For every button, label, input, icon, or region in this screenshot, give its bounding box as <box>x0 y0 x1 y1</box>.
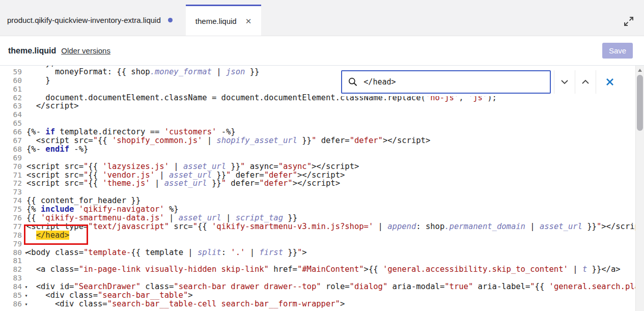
code-text: <div class="search-bar__table"> <box>26 291 635 300</box>
scroll-up-arrow[interactable] <box>636 66 644 74</box>
find-next-button[interactable] <box>554 70 575 94</box>
code-lines: 58 },59 moneyFormat: {{ shop.money_forma… <box>0 66 635 308</box>
file-header: theme.liquid Older versions Save <box>0 36 644 66</box>
line-number: 73 <box>0 188 22 196</box>
scrollbar-thumb[interactable] <box>637 75 643 131</box>
code-line-83[interactable]: 83 <box>0 274 635 282</box>
line-number: 83 <box>0 274 22 282</box>
code-line-75[interactable]: 75{% include 'qikify-navigator' %} <box>0 205 635 214</box>
code-line-82[interactable]: 82 <a class="in-page-link visually-hidde… <box>0 265 635 274</box>
code-text: {{ 'qikify-smartmenu-data.js' | asset_ur… <box>26 214 635 222</box>
code-line-70[interactable]: 70<script src="{{ 'lazysizes.js' | asset… <box>0 162 635 171</box>
file-title: theme.liquid <box>8 46 56 55</box>
fold-arrow-icon[interactable]: ▾ <box>23 292 30 300</box>
code-line-66[interactable]: 66{%- if template.directory == 'customer… <box>0 128 635 136</box>
code-line-69[interactable]: 69 <box>0 154 635 162</box>
line-number: 60 <box>0 76 22 85</box>
code-line-72[interactable]: 72<script src="{{ 'theme.js' | asset_url… <box>0 179 635 188</box>
tab-label: theme.liquid <box>195 17 237 25</box>
code-text: <script src="{{ 'lazysizes.js' | asset_u… <box>26 162 635 171</box>
code-line-79[interactable]: 79 <box>0 240 635 248</box>
fold-arrow-icon[interactable]: ▾ <box>23 249 30 257</box>
line-number: 65 <box>0 119 22 128</box>
code-line-77[interactable]: 77<script type="text/javascript" src="{{… <box>0 222 635 231</box>
search-box <box>341 70 551 94</box>
line-number: 75 <box>0 205 22 214</box>
code-line-81[interactable]: 81 <box>0 257 635 265</box>
close-search-button[interactable] <box>596 70 623 94</box>
code-line-84[interactable]: 84▾ <div id="SearchDrawer" class="search… <box>0 282 635 291</box>
line-number: 69 <box>0 154 22 162</box>
code-line-74[interactable]: 74{{ content_for_header }} <box>0 196 635 205</box>
line-number: 71 <box>0 171 22 180</box>
code-text: <script type="text/javascript" src="{{ '… <box>26 222 635 231</box>
code-line-73[interactable]: 73 <box>0 188 635 196</box>
tab-label: product.qikify-quickview-inventory-extra… <box>7 16 161 24</box>
close-icon <box>605 77 614 87</box>
code-line-85[interactable]: 85▾ <div class="search-bar__table"> <box>0 291 635 300</box>
expand-icon <box>623 15 635 27</box>
code-text: <div class="search-bar__table-cell searc… <box>26 300 635 308</box>
line-number: 76 <box>0 214 22 222</box>
triangle-up-icon <box>638 69 642 72</box>
unsaved-changes-dot-indicator <box>168 18 173 22</box>
older-versions-link[interactable]: Older versions <box>61 46 110 55</box>
code-text: </head> <box>26 231 635 240</box>
line-number: 81 <box>0 257 22 265</box>
search-input[interactable] <box>362 77 545 87</box>
code-text: {%- if template.directory == 'customers'… <box>26 128 635 136</box>
code-editor[interactable]: 58 },59 moneyFormat: {{ shop.money_forma… <box>0 66 635 311</box>
code-line-78[interactable]: 78 </head> <box>0 231 635 240</box>
code-line-65[interactable]: 65 <box>0 119 635 128</box>
code-text: <div id="SearchDrawer" class="search-bar… <box>26 282 635 291</box>
code-text: <script src="{{ 'shopify_common.js' | sh… <box>26 136 635 145</box>
vertical-scrollbar[interactable] <box>635 66 644 311</box>
code-text: {% include 'qikify-navigator' %} <box>26 205 635 214</box>
line-number: 70 <box>0 162 22 171</box>
tab-bar: product.qikify-quickview-inventory-extra… <box>0 0 644 36</box>
tab-product-qikify-quickview[interactable]: product.qikify-quickview-inventory-extra… <box>0 5 180 36</box>
code-line-80[interactable]: 80▾<body class="template-{{ template | s… <box>0 248 635 257</box>
line-number: 85 <box>0 291 22 300</box>
code-text: <body class="template-{{ template | spli… <box>26 248 635 257</box>
line-number: 67 <box>0 136 22 145</box>
line-number: 62 <box>0 94 22 102</box>
line-number: 82 <box>0 265 22 274</box>
fullscreen-toggle-button[interactable] <box>622 14 636 29</box>
code-line-71[interactable]: 71<script src="{{ 'vendor.js' | asset_ur… <box>0 171 635 180</box>
line-number: 63 <box>0 102 22 110</box>
tab-theme-liquid[interactable]: theme.liquid ✕ <box>186 5 261 36</box>
line-number: 80 <box>0 248 22 257</box>
code-text: <script src="{{ 'vendor.js' | asset_url … <box>26 171 635 180</box>
chevron-up-icon <box>581 79 590 85</box>
code-text: </script> <box>26 102 635 110</box>
line-number: 64 <box>0 110 22 119</box>
code-line-64[interactable]: 64 <box>0 110 635 119</box>
annotation-red-box <box>24 224 88 245</box>
search-panel <box>341 67 632 96</box>
fold-arrow-icon[interactable]: ▾ <box>23 283 30 291</box>
code-line-67[interactable]: 67 <script src="{{ 'shopify_common.js' |… <box>0 136 635 145</box>
line-number: 59 <box>0 68 22 76</box>
close-tab-icon[interactable]: ✕ <box>245 17 252 25</box>
fold-arrow-icon[interactable]: ▾ <box>23 300 30 308</box>
line-number: 78 <box>0 231 22 240</box>
line-number: 74 <box>0 196 22 205</box>
line-number: 61 <box>0 85 22 94</box>
code-text: {%- endif -%} <box>26 145 635 154</box>
code-line-76[interactable]: 76{{ 'qikify-smartmenu-data.js' | asset_… <box>0 214 635 222</box>
line-number: 72 <box>0 179 22 188</box>
code-line-68[interactable]: 68{%- endif -%} <box>0 145 635 154</box>
find-previous-button[interactable] <box>575 70 596 94</box>
chevron-down-icon <box>561 79 569 85</box>
code-text: <a class="in-page-link visually-hidden s… <box>26 265 635 274</box>
line-number: 84 <box>0 282 22 291</box>
code-text: {{ content_for_header }} <box>26 196 635 205</box>
line-number: 68 <box>0 145 22 154</box>
search-icon <box>348 77 357 87</box>
code-line-63[interactable]: 63 </script> <box>0 102 635 110</box>
line-number: 66 <box>0 128 22 136</box>
code-line-86[interactable]: 86▾ <div class="search-bar__table-cell s… <box>0 300 635 308</box>
save-button[interactable]: Save <box>602 43 633 59</box>
line-number: 77 <box>0 222 22 231</box>
